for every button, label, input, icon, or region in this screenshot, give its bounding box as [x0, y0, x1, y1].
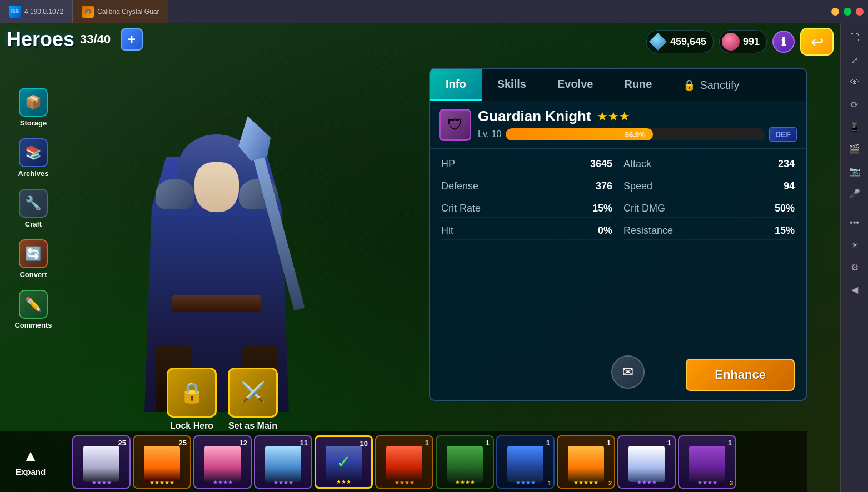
- maximize-button[interactable]: [844, 8, 851, 16]
- crystal-amount: 459,645: [670, 36, 706, 48]
- hero-figure: [83, 90, 350, 412]
- stat-row: Crit Rate 15%: [441, 200, 612, 218]
- heroes-count-text: 33/40: [80, 32, 111, 47]
- roster-stars: ★★★★: [213, 479, 233, 485]
- roster-num: 2: [608, 480, 612, 486]
- roster-stars: ★★★★: [92, 479, 112, 485]
- back-button[interactable]: ↩: [800, 28, 834, 56]
- roster-level: 1: [728, 439, 732, 447]
- stat-value: 50%: [775, 203, 795, 214]
- roster-stars: ★★★★: [697, 479, 717, 485]
- stat-value: 376: [596, 180, 612, 192]
- bs-settings-icon[interactable]: ⚙: [845, 257, 865, 277]
- bs-mic-icon[interactable]: 🎤: [845, 183, 865, 203]
- stat-row: Crit DMG 50%: [623, 200, 795, 218]
- exp-bar-container: 56.9%: [506, 128, 765, 140]
- roster-stars: ★★★★: [516, 479, 536, 485]
- expand-button[interactable]: ▲ Expand: [16, 447, 46, 476]
- roster-level: 1: [607, 439, 611, 447]
- bs-arrow-icon[interactable]: ◀: [845, 279, 865, 299]
- convert-label: Convert: [19, 270, 47, 279]
- roster-stars: ★★★★★: [149, 479, 174, 485]
- bs-phone-icon[interactable]: 📱: [845, 117, 865, 137]
- roster-item[interactable]: 1★★★★: [375, 435, 433, 489]
- roster-avatar: [689, 446, 725, 482]
- bs-camera-icon[interactable]: 📷: [845, 161, 865, 181]
- roster-item[interactable]: 1★★★★★2: [557, 435, 615, 489]
- roster-level: 11: [300, 439, 308, 447]
- resources: 459,645 991 ℹ ↩: [646, 28, 834, 56]
- tab-evolve[interactable]: Evolve: [542, 69, 608, 101]
- action-buttons: 🔒 Lock Hero ⚔️ Set as Main: [67, 368, 378, 431]
- minimize-button[interactable]: [831, 8, 839, 16]
- hero-stars: ★★★: [597, 109, 630, 124]
- game-tab[interactable]: 🎮 Calibria Crystal Guar: [73, 0, 168, 23]
- bs-video-icon[interactable]: 🎬: [845, 139, 865, 159]
- sidebar-item-comments[interactable]: ✏️ Comments: [4, 285, 62, 334]
- heroes-label: Heroes: [7, 28, 74, 51]
- sidebar-item-convert[interactable]: 🔄 Convert: [4, 235, 62, 283]
- bs-rotate-icon[interactable]: ⟳: [845, 94, 865, 114]
- sidebar-item-archives[interactable]: 📚 Archives: [4, 134, 62, 182]
- set-main-label: Set as Main: [228, 421, 277, 431]
- storage-icon: 📦: [19, 88, 48, 117]
- comments-icon: ✏️: [19, 290, 48, 319]
- title-bar: BS 4.190.0.1072 🎮 Calibria Crystal Guar: [0, 0, 868, 23]
- roster-item[interactable]: 11★★★★: [254, 435, 312, 489]
- archives-label: Archives: [18, 169, 49, 178]
- roster-item[interactable]: 1★★★★3: [678, 435, 736, 489]
- roster-item[interactable]: 25★★★★: [72, 435, 131, 489]
- roster-item[interactable]: 25★★★★★: [133, 435, 191, 489]
- info-button[interactable]: ℹ: [772, 31, 795, 53]
- bluestacks-tab[interactable]: BS 4.190.0.1072: [0, 0, 73, 23]
- heroes-count: 33/40: [80, 32, 111, 47]
- roster-item[interactable]: 1★★★★1: [496, 435, 555, 489]
- stat-name: Resistance: [623, 225, 673, 237]
- send-button[interactable]: ✉: [611, 355, 645, 389]
- craft-label: Craft: [25, 220, 42, 228]
- roster-level: 25: [179, 439, 187, 447]
- heroes-title: Heroes 33/40 +: [7, 28, 143, 51]
- roster-item[interactable]: 12★★★★: [193, 435, 252, 489]
- bluestacks-sidebar: ⛶ ⤢ 👁 ⟳ 📱 🎬 📷 🎤 ••• ☀ ⚙ ◀: [840, 23, 868, 492]
- roster-item[interactable]: 1★★★★: [436, 435, 494, 489]
- stat-value: 0%: [598, 225, 612, 237]
- bs-eye-icon[interactable]: 👁: [845, 72, 865, 92]
- tab-info[interactable]: Info: [430, 69, 482, 101]
- crystal-resource: 459,645: [646, 30, 714, 53]
- hero-header: 🛡 Guardian Knight ★★★ Lv. 10 56.9% DEF: [430, 101, 806, 149]
- stat-row: HP 3645: [441, 155, 612, 173]
- add-hero-button[interactable]: +: [121, 28, 143, 51]
- enhance-button[interactable]: Enhance: [686, 359, 795, 391]
- hero-display: [56, 68, 378, 412]
- exp-percent: 56.9%: [506, 128, 765, 140]
- tab-skills[interactable]: Skills: [482, 69, 542, 101]
- roster-item[interactable]: 1★★★★: [617, 435, 676, 489]
- title-bar-left: BS 4.190.0.1072 🎮 Calibria Crystal Guar: [0, 0, 168, 23]
- roster-item[interactable]: 10✓★★★: [315, 435, 373, 489]
- roster-stars: ★★★★: [637, 479, 657, 485]
- stat-row: Hit 0%: [441, 222, 612, 240]
- tab-sanctify[interactable]: 🔒 Sanctify: [667, 69, 755, 101]
- hero-class-icon: 🛡: [439, 109, 471, 141]
- bs-expand-icon[interactable]: ⤢: [845, 50, 865, 70]
- stats-grid: HP 3645 Attack 234 Defense 376 Speed 94 …: [430, 149, 806, 247]
- title-bar-right: [831, 8, 868, 16]
- bs-more-icon[interactable]: •••: [845, 213, 865, 233]
- roster-num: 1: [548, 480, 551, 486]
- set-as-main-button[interactable]: ⚔️ Set as Main: [228, 368, 278, 431]
- bs-brightness-icon[interactable]: ☀: [845, 235, 865, 255]
- def-badge: DEF: [769, 127, 797, 142]
- hero-name-section: Guardian Knight ★★★ Lv. 10 56.9% DEF: [478, 108, 797, 142]
- close-button[interactable]: [856, 8, 864, 16]
- game-icon: 🎮: [82, 6, 94, 18]
- storage-label: Storage: [20, 119, 47, 127]
- lock-hero-button[interactable]: 🔒 Lock Hero: [167, 368, 217, 431]
- sidebar-item-storage[interactable]: 📦 Storage: [4, 83, 62, 132]
- sidebar-item-craft[interactable]: 🔧 Craft: [4, 184, 62, 233]
- bs-fullscreen-icon[interactable]: ⛶: [845, 28, 865, 48]
- tab-rune[interactable]: Rune: [608, 69, 667, 101]
- roster-stars: ★★★★: [273, 479, 293, 485]
- lock-hero-label: Lock Hero: [170, 421, 213, 431]
- roster-level: 1: [486, 439, 490, 447]
